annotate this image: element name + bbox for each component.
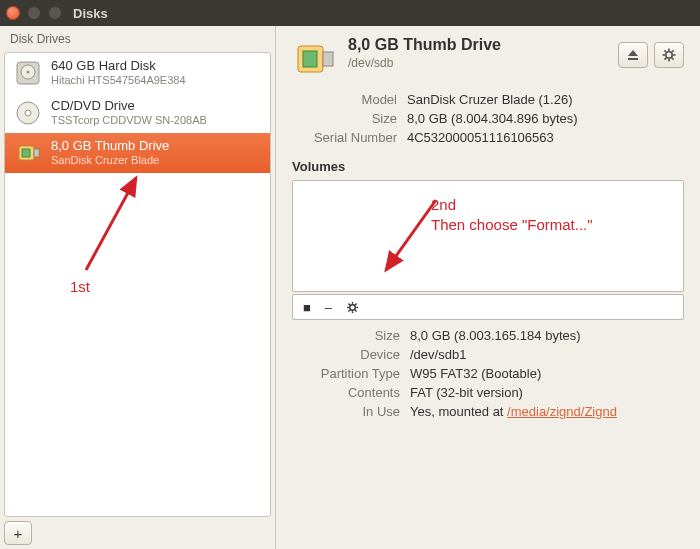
svg-point-12	[666, 52, 672, 58]
svg-rect-6	[34, 149, 39, 157]
window-minimize-button[interactable]	[27, 6, 41, 20]
prop-label: In Use	[292, 404, 400, 419]
svg-line-18	[672, 58, 674, 60]
drive-options-button[interactable]	[654, 42, 684, 68]
prop-label: Serial Number	[292, 130, 397, 145]
volume-toolbar: ■ –	[292, 294, 684, 320]
window-title: Disks	[73, 6, 108, 21]
svg-line-17	[664, 50, 666, 52]
add-drive-button[interactable]: +	[4, 521, 32, 545]
drive-item-hdd[interactable]: 640 GB Hard Disk Hitachi HTS547564A9E384	[5, 53, 270, 93]
svg-line-19	[672, 50, 674, 52]
drive-list: 640 GB Hard Disk Hitachi HTS547564A9E384…	[4, 52, 271, 517]
optical-drive-icon	[13, 98, 43, 128]
prop-value: W95 FAT32 (Bootable)	[410, 366, 541, 381]
svg-point-2	[27, 71, 30, 74]
svg-point-4	[25, 110, 31, 116]
svg-line-26	[349, 303, 350, 304]
volume-map[interactable]	[292, 180, 684, 292]
volume-stop-button[interactable]: ■	[303, 300, 311, 315]
svg-rect-10	[303, 51, 317, 67]
drive-item-optical[interactable]: CD/DVD Drive TSSTcorp CDDVDW SN-208AB	[5, 93, 270, 133]
prop-value: 4C532000051116106563	[407, 130, 554, 145]
device-thumb-drive-icon	[292, 36, 338, 82]
drive-name: 8,0 GB Thumb Drive	[51, 138, 169, 154]
svg-line-20	[664, 58, 666, 60]
drive-sub: SanDisk Cruzer Blade	[51, 154, 169, 168]
prop-label: Size	[292, 328, 400, 343]
main-panel: 8,0 GB Thumb Drive /dev/sdb ModelSanDisk…	[276, 26, 700, 549]
prop-value: FAT (32-bit version)	[410, 385, 523, 400]
prop-value-inuse: Yes, mounted at /media/zignd/Zignd	[410, 404, 617, 419]
svg-rect-9	[323, 52, 333, 66]
prop-value: 8,0 GB (8.003.165.184 bytes)	[410, 328, 581, 343]
thumb-drive-icon	[13, 138, 43, 168]
prop-value: SanDisk Cruzer Blade (1.26)	[407, 92, 572, 107]
hard-disk-icon	[13, 58, 43, 88]
volume-options-button[interactable]	[346, 301, 359, 314]
drive-sub: Hitachi HTS547564A9E384	[51, 74, 186, 88]
prop-label: Device	[292, 347, 400, 362]
svg-line-28	[355, 303, 356, 304]
svg-point-21	[350, 304, 356, 310]
prop-label: Partition Type	[292, 366, 400, 381]
drive-name: CD/DVD Drive	[51, 98, 207, 114]
window-maximize-button[interactable]	[48, 6, 62, 20]
drive-name: 640 GB Hard Disk	[51, 58, 186, 74]
prop-label: Size	[292, 111, 397, 126]
drive-item-thumb[interactable]: 8,0 GB Thumb Drive SanDisk Cruzer Blade	[5, 133, 270, 173]
sidebar: Disk Drives 640 GB Hard Disk Hitachi HTS…	[0, 26, 276, 549]
prop-label: Contents	[292, 385, 400, 400]
device-properties: ModelSanDisk Cruzer Blade (1.26) Size8,0…	[292, 92, 684, 145]
eject-button[interactable]	[618, 42, 648, 68]
inuse-prefix: Yes, mounted at	[410, 404, 507, 419]
prop-value: 8,0 GB (8.004.304.896 bytes)	[407, 111, 578, 126]
svg-line-29	[349, 310, 350, 311]
device-title: 8,0 GB Thumb Drive	[348, 36, 608, 54]
volume-remove-button[interactable]: –	[325, 300, 332, 315]
mount-point-link[interactable]: /media/zignd/Zignd	[507, 404, 617, 419]
drive-sub: TSSTcorp CDDVDW SN-208AB	[51, 114, 207, 128]
titlebar: Disks	[0, 0, 700, 26]
device-path: /dev/sdb	[348, 56, 608, 70]
volume-properties: Size8,0 GB (8.003.165.184 bytes) Device/…	[292, 328, 684, 419]
svg-rect-7	[22, 149, 30, 157]
svg-rect-11	[628, 58, 638, 60]
svg-line-27	[355, 310, 356, 311]
prop-label: Model	[292, 92, 397, 107]
window-close-button[interactable]	[6, 6, 20, 20]
volumes-header: Volumes	[292, 159, 684, 174]
sidebar-header: Disk Drives	[0, 26, 275, 50]
prop-value: /dev/sdb1	[410, 347, 466, 362]
